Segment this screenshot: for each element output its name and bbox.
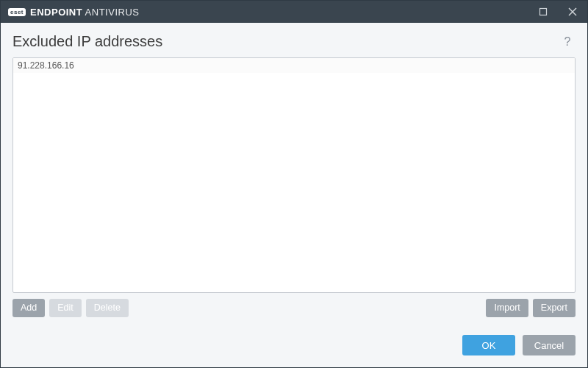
add-button[interactable]: Add [12, 299, 45, 317]
brand-badge: eset [8, 8, 26, 16]
footer: OK Cancel [1, 326, 587, 367]
header-row: Excluded IP addresses ? [12, 33, 576, 50]
list-item[interactable]: 91.228.166.16 [13, 58, 575, 73]
maximize-icon [539, 7, 548, 16]
titlebar: eset ENDPOINT ANTIVIRUS [1, 1, 587, 23]
delete-button[interactable]: Delete [86, 299, 129, 317]
maximize-button[interactable] [528, 1, 558, 23]
edit-button[interactable]: Edit [49, 299, 82, 317]
ok-button[interactable]: OK [462, 335, 515, 355]
list-actions: Add Edit Delete Import Export [12, 299, 576, 317]
brand-light: ANTIVIRUS [85, 7, 140, 18]
content-area: Excluded IP addresses ? 91.228.166.16 Ad… [1, 23, 587, 326]
brand-strong: ENDPOINT [30, 7, 82, 18]
close-icon [568, 7, 577, 16]
close-button[interactable] [558, 1, 587, 23]
import-button[interactable]: Import [486, 299, 528, 317]
page-title: Excluded IP addresses [12, 33, 559, 50]
export-button[interactable]: Export [533, 299, 576, 317]
app-title: ENDPOINT ANTIVIRUS [30, 7, 139, 18]
svg-rect-0 [540, 9, 547, 15]
app-window: eset ENDPOINT ANTIVIRUS Excluded IP addr… [0, 0, 588, 368]
help-button[interactable]: ? [559, 35, 576, 49]
ip-listbox[interactable]: 91.228.166.16 [12, 57, 576, 293]
cancel-button[interactable]: Cancel [523, 335, 576, 355]
